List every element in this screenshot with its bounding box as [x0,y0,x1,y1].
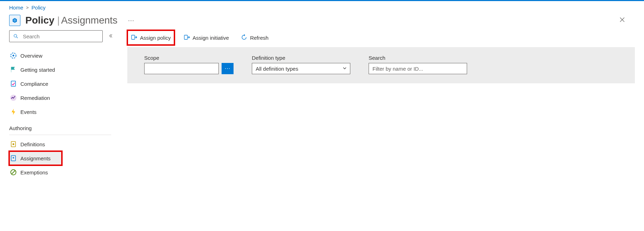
chevron-right-icon: > [26,5,29,10]
assign-policy-button[interactable]: Assign policy [127,30,174,45]
assign-initiative-button[interactable]: Assign initiative [181,31,232,44]
sidebar-group-authoring: Authoring [9,119,118,133]
page-title-main: Policy [25,15,54,26]
more-actions-button[interactable]: ··· [128,17,134,24]
assign-policy-label: Assign policy [140,35,171,41]
refresh-label: Refresh [250,35,269,41]
svg-point-7 [13,55,14,57]
breadcrumb-current-link[interactable]: Policy [32,5,46,11]
command-bar: Assign policy Assign initiative Refresh [127,30,635,47]
svg-line-5 [17,37,18,38]
flag-icon [10,66,17,73]
overview-icon [10,52,17,59]
filter-bar: Scope ··· Definition type All definition… [127,47,635,83]
sidebar-item-label: Getting started [20,67,55,73]
search-icon [12,33,19,40]
compliance-icon [10,80,17,87]
svg-line-15 [12,171,15,174]
assign-policy-icon [131,34,137,41]
sidebar-item-exemptions[interactable]: Exemptions [9,165,118,179]
scope-label: Scope [144,55,234,61]
sidebar-item-label: Definitions [20,141,45,147]
collapse-sidebar-button[interactable] [108,33,114,39]
sidebar-item-label: Compliance [20,81,48,87]
refresh-icon [241,34,247,41]
search-filter-input[interactable] [369,63,467,74]
assign-initiative-label: Assign initiative [193,35,229,41]
definitions-icon [10,141,17,148]
sidebar: Overview Getting started Compliance Reme… [9,30,118,179]
scope-picker-button[interactable]: ··· [222,63,234,74]
policy-resource-icon [9,15,20,26]
sidebar-item-remediation[interactable]: Remediation [9,91,118,105]
sidebar-item-assignments[interactable]: Assignments [9,151,62,165]
sidebar-item-label: Overview [20,53,43,59]
page-title-separator: | [54,15,61,26]
sidebar-search-input[interactable] [23,33,100,39]
sidebar-divider [9,135,111,135]
svg-rect-17 [184,35,187,39]
sidebar-item-overview[interactable]: Overview [9,49,118,63]
svg-rect-16 [132,35,135,39]
svg-point-4 [14,34,17,37]
page-header: Policy | Assignments ··· [0,13,644,30]
refresh-button[interactable]: Refresh [238,31,272,44]
svg-point-11 [13,143,14,145]
definition-type-select[interactable]: All definition types [252,63,350,74]
sidebar-item-label: Remediation [20,95,50,101]
sidebar-item-label: Assignments [20,155,51,161]
breadcrumb: Home > Policy [0,1,644,13]
sidebar-item-definitions[interactable]: Definitions [9,137,118,151]
sidebar-item-compliance[interactable]: Compliance [9,77,118,91]
close-blade-button[interactable] [617,15,627,25]
breadcrumb-home-link[interactable]: Home [9,5,23,11]
assign-initiative-icon [184,34,190,41]
exemptions-icon [10,169,17,176]
main-content: Assign policy Assign initiative Refresh … [118,30,635,179]
scope-input[interactable] [144,63,219,74]
remediation-icon [10,94,17,101]
assignments-icon [10,155,17,162]
sidebar-item-getting-started[interactable]: Getting started [9,63,118,77]
sidebar-item-label: Exemptions [20,169,48,175]
sidebar-search-box[interactable] [9,30,103,42]
definition-type-label: Definition type [252,55,350,61]
sidebar-item-events[interactable]: Events [9,105,118,119]
svg-rect-8 [11,81,16,86]
search-filter-label: Search [369,55,467,61]
page-title-sub: Assignments [61,15,117,26]
ellipsis-icon: ··· [225,65,230,72]
svg-marker-13 [13,157,14,159]
events-icon [10,108,17,115]
sidebar-item-label: Events [20,109,37,115]
